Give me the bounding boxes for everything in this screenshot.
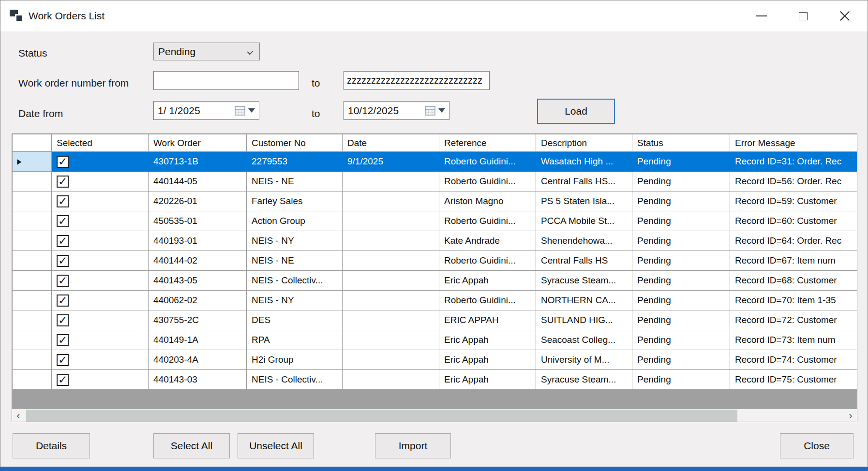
cell-date[interactable] bbox=[343, 231, 439, 251]
cell-error-message[interactable]: Record ID=70: Item 1-35 bbox=[730, 291, 858, 310]
row-selector-header[interactable] bbox=[13, 134, 52, 152]
cell-date[interactable] bbox=[343, 370, 439, 390]
cell-customer-no[interactable]: Action Group bbox=[247, 211, 343, 231]
row-checkbox[interactable] bbox=[57, 314, 69, 326]
cell-customer-no[interactable]: Farley Sales bbox=[247, 191, 343, 211]
cell-date[interactable] bbox=[343, 310, 439, 330]
cell-status[interactable]: Pending bbox=[632, 350, 730, 370]
row-checkbox[interactable] bbox=[57, 235, 69, 247]
cell-description[interactable]: Shenendehowa... bbox=[536, 231, 632, 251]
row-header-cell[interactable] bbox=[13, 370, 52, 390]
column-header-selected[interactable]: Selected bbox=[52, 134, 149, 152]
row-checkbox[interactable] bbox=[57, 215, 69, 227]
cell-description[interactable]: Wasatach High ... bbox=[536, 152, 632, 172]
cell-error-message[interactable]: Record ID=56: Order. Rec bbox=[730, 172, 858, 191]
cell-description[interactable]: Central Falls HS bbox=[536, 251, 632, 271]
row-header-cell[interactable] bbox=[13, 172, 52, 191]
cell-reference[interactable]: Eric Appah bbox=[439, 370, 536, 390]
column-header-description[interactable]: Description bbox=[536, 134, 632, 152]
maximize-button[interactable] bbox=[782, 0, 824, 31]
cell-selected[interactable] bbox=[52, 330, 149, 350]
cell-work-order[interactable]: 440144-05 bbox=[149, 172, 247, 191]
cell-date[interactable] bbox=[343, 172, 439, 191]
scroll-left-icon[interactable]: ‹ bbox=[12, 409, 25, 422]
cell-work-order[interactable]: 450535-01 bbox=[149, 211, 247, 231]
column-header-reference[interactable]: Reference bbox=[439, 134, 536, 152]
cell-date[interactable] bbox=[343, 191, 439, 211]
cell-date[interactable] bbox=[343, 271, 439, 291]
cell-status[interactable]: Pending bbox=[632, 271, 730, 291]
cell-error-message[interactable]: Record ID=73: Item num bbox=[730, 330, 858, 350]
cell-date[interactable]: 9/1/2025 bbox=[343, 152, 439, 172]
work-order-to-input[interactable]: zzzzzzzzzzzzzzzzzzzzzzzzzzzz bbox=[344, 71, 490, 90]
column-header-work-order[interactable]: Work Order bbox=[149, 134, 247, 152]
cell-selected[interactable] bbox=[52, 350, 149, 370]
row-header-cell[interactable] bbox=[13, 231, 52, 251]
column-header-status[interactable]: Status bbox=[632, 134, 730, 152]
cell-work-order[interactable]: 440143-03 bbox=[149, 370, 247, 390]
cell-customer-no[interactable]: 2279553 bbox=[247, 152, 343, 172]
cell-error-message[interactable]: Record ID=68: Customer bbox=[730, 271, 858, 291]
column-header-date[interactable]: Date bbox=[343, 134, 439, 152]
cell-error-message[interactable]: Record ID=67: Item num bbox=[730, 251, 858, 271]
close-window-button[interactable] bbox=[824, 0, 866, 31]
cell-reference[interactable]: Roberto Guidini... bbox=[439, 152, 536, 172]
details-button[interactable]: Details bbox=[13, 433, 90, 458]
row-checkbox[interactable] bbox=[57, 255, 69, 267]
cell-error-message[interactable]: Record ID=59: Customer bbox=[730, 191, 858, 211]
cell-description[interactable]: SUITLAND HIG... bbox=[536, 310, 632, 330]
unselect-all-button[interactable]: Unselect All bbox=[238, 433, 314, 458]
cell-work-order[interactable]: 420226-01 bbox=[149, 191, 247, 211]
cell-error-message[interactable]: Record ID=31: Order. Rec bbox=[730, 152, 858, 172]
cell-customer-no[interactable]: NEIS - NY bbox=[247, 291, 343, 310]
cell-status[interactable]: Pending bbox=[632, 231, 730, 251]
cell-status[interactable]: Pending bbox=[632, 251, 730, 271]
scroll-right-icon[interactable]: › bbox=[844, 409, 857, 422]
cell-selected[interactable] bbox=[52, 191, 149, 211]
cell-work-order[interactable]: 440143-05 bbox=[149, 271, 247, 291]
cell-status[interactable]: Pending bbox=[632, 172, 730, 191]
cell-description[interactable]: PCCA Mobile St... bbox=[536, 211, 632, 231]
close-button[interactable]: Close bbox=[780, 433, 853, 458]
cell-customer-no[interactable]: NEIS - NE bbox=[247, 251, 343, 271]
cell-date[interactable] bbox=[343, 291, 439, 310]
cell-error-message[interactable]: Record ID=75: Customer bbox=[730, 370, 858, 390]
cell-status[interactable]: Pending bbox=[632, 152, 730, 172]
datepicker-dropdown-icon[interactable] bbox=[438, 108, 445, 113]
row-checkbox[interactable] bbox=[57, 374, 69, 386]
cell-customer-no[interactable]: NEIS - Collectiv... bbox=[247, 271, 343, 291]
cell-status[interactable]: Pending bbox=[632, 291, 730, 310]
row-checkbox[interactable] bbox=[57, 275, 69, 287]
cell-selected[interactable] bbox=[52, 152, 149, 172]
row-checkbox[interactable] bbox=[57, 176, 69, 188]
row-header-cell[interactable] bbox=[13, 350, 52, 370]
row-checkbox[interactable] bbox=[57, 354, 69, 366]
cell-selected[interactable] bbox=[52, 291, 149, 310]
row-header-cell[interactable] bbox=[13, 271, 52, 291]
cell-description[interactable]: Central Falls HS... bbox=[536, 172, 632, 191]
cell-work-order[interactable]: 430713-1B bbox=[149, 152, 247, 172]
cell-reference[interactable]: Ariston Magno bbox=[439, 191, 536, 211]
cell-selected[interactable] bbox=[52, 251, 149, 271]
cell-reference[interactable]: Eric Appah bbox=[439, 271, 536, 291]
cell-work-order[interactable]: 440193-01 bbox=[149, 231, 247, 251]
cell-customer-no[interactable]: H2i Group bbox=[247, 350, 343, 370]
cell-selected[interactable] bbox=[52, 231, 149, 251]
import-button[interactable]: Import bbox=[375, 433, 451, 458]
cell-reference[interactable]: Eric Appah bbox=[439, 330, 536, 350]
cell-reference[interactable]: Roberto Guidini... bbox=[439, 251, 536, 271]
cell-selected[interactable] bbox=[52, 211, 149, 231]
cell-date[interactable] bbox=[343, 350, 439, 370]
row-header-cell[interactable] bbox=[13, 291, 52, 310]
cell-reference[interactable]: Roberto Guidini... bbox=[439, 172, 536, 191]
cell-reference[interactable]: Roberto Guidini... bbox=[439, 211, 536, 231]
status-dropdown[interactable]: Pending bbox=[153, 43, 260, 60]
cell-work-order[interactable]: 430755-2C bbox=[149, 310, 247, 330]
cell-customer-no[interactable]: DES bbox=[247, 310, 343, 330]
cell-reference[interactable]: Kate Andrade bbox=[439, 231, 536, 251]
cell-reference[interactable]: Eric Appah bbox=[439, 350, 536, 370]
cell-description[interactable]: Syracuse Steam... bbox=[536, 271, 632, 291]
cell-status[interactable]: Pending bbox=[632, 211, 730, 231]
column-header-customer-no[interactable]: Customer No bbox=[247, 134, 343, 152]
cell-reference[interactable]: Roberto Guidini... bbox=[439, 291, 536, 310]
